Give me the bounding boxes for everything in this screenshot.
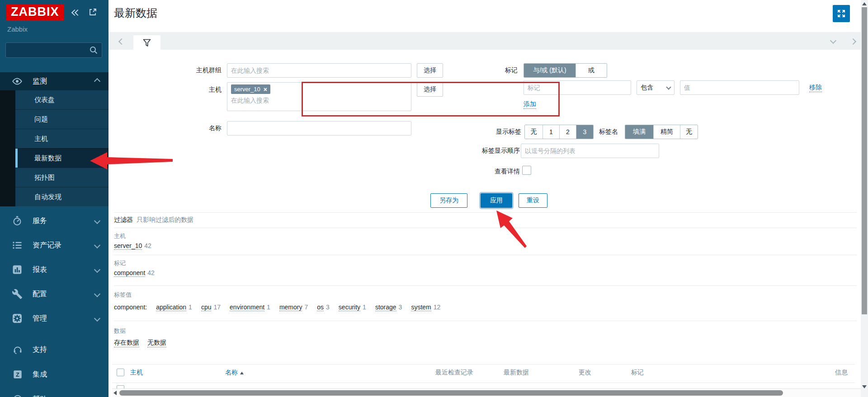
sidebar-item-label: 最新数据 [34,154,61,162]
sidebar-item-latest-data[interactable]: 最新数据 [0,148,108,168]
tag-name-input[interactable] [524,80,631,95]
show-tags-segmented: 无 1 2 3 [524,125,594,139]
details-checkbox[interactable] [522,166,531,175]
save-as-button[interactable]: 另存为 [430,193,467,208]
tagvalue-link[interactable]: storage [375,304,396,311]
tag-value-input[interactable] [680,80,799,95]
tagvalue-item: memory7 [279,304,308,311]
hide-sidebar-icon[interactable] [89,8,97,18]
host-select-button[interactable]: 选择 [417,82,443,97]
collapse-filter-icon[interactable] [830,37,836,44]
sidebar-item-problems[interactable]: 问题 [0,109,108,129]
chevron-down-icon [666,84,671,89]
host-chip-label: server_10 [234,86,260,93]
subfilter-tag-link[interactable]: component [114,269,145,277]
show-tags-3[interactable]: 3 [576,125,593,139]
tag-remove-link[interactable]: 移除 [809,84,822,92]
horizontal-scrollbar-thumb[interactable] [119,390,783,396]
sidebar-item-configuration[interactable]: 配置 [0,284,108,304]
chip-remove-icon[interactable]: × [264,86,267,93]
sidebar-item-support[interactable]: 支持 [0,340,108,360]
gear-icon [12,313,23,324]
sidebar-item-discovery[interactable]: 自动发现 [0,187,108,206]
host-multiselect[interactable]: server_10 × 在此输入搜索 [227,82,411,111]
tagvalue-link[interactable]: memory [279,304,302,311]
tags-mode-segmented: 与/或 (默认) 或 [524,63,607,78]
filter-tab[interactable] [133,35,160,50]
tag-order-input[interactable] [521,144,659,158]
host-group-label: 主机群组 [108,66,222,75]
collapse-sidebar-icon[interactable] [72,9,80,16]
vertical-scrollbar[interactable] [861,0,868,397]
tags-mode-or[interactable]: 或 [576,64,607,77]
tag-order-label: 标签显示顺序 [402,147,520,155]
sidebar-item-services[interactable]: 服务 [0,211,108,231]
zabbix-logo[interactable]: ZABBIX [6,4,64,21]
tab-scroll-left-icon[interactable] [118,38,125,45]
tagvalue-link[interactable]: system [411,304,431,311]
column-name[interactable]: 名称 [225,369,244,377]
tab-scroll-right-icon[interactable] [850,38,856,45]
sidebar-item-integrations[interactable]: Z 集成 [0,364,108,384]
sidebar-item-administration[interactable]: 管理 [0,308,108,328]
subfilter-data-row: 存在数据 无数据 [114,339,166,347]
vertical-scrollbar-thumb[interactable] [862,7,867,314]
tag-add-link[interactable]: 添加 [524,100,536,109]
tags-mode-andor[interactable]: 与/或 (默认) [524,64,576,77]
name-label: 名称 [108,124,222,132]
tags-label: 标记 [425,66,518,75]
search-icon [89,46,98,55]
scroll-up-arrow[interactable] [862,2,867,5]
scroll-left-arrow[interactable] [113,391,117,395]
host-group-input[interactable] [227,63,411,78]
main-content: 最新数据 主机群组 选择 主机 server_10 × 在此输入搜索 选择 名称… [108,0,861,397]
tag-display-full[interactable]: 填满 [625,125,653,139]
subfilter-tagvalue-row: component: application1 cpu17 environmen… [114,304,440,311]
tagvalue-link[interactable]: security [339,304,360,311]
tagvalue-item: os3 [317,304,330,311]
column-latest-data: 最新数据 [498,369,529,377]
tag-operator-value: 包含 [641,84,653,92]
name-input[interactable] [227,121,411,135]
sidebar-item-maps[interactable]: 拓扑图 [0,168,108,187]
sidebar-item-inventory[interactable]: 资产记录 [0,235,108,255]
scroll-down-arrow[interactable] [862,385,867,388]
tagvalue-link[interactable]: os [317,304,324,311]
show-tags-1[interactable]: 1 [542,125,559,139]
sidebar-item-monitoring[interactable]: 监测 [0,72,108,90]
tagvalue-link[interactable]: cpu [201,304,212,311]
sidebar-item-hosts[interactable]: 主机 [0,129,108,148]
chevron-down-icon [94,266,100,273]
page-title: 最新数据 [114,6,157,20]
select-all-checkbox[interactable] [117,369,124,376]
sidebar-item-dashboard[interactable]: 仪表盘 [0,90,108,109]
divider [114,285,857,286]
subfilter-tag-row: component42 [114,269,155,276]
sidebar-item-label: 拓扑图 [34,173,55,181]
tag-operator-select[interactable]: 包含 [637,80,675,95]
apply-button[interactable]: 应用 [481,193,512,208]
column-host[interactable]: 主机 [130,369,143,377]
column-name-label: 名称 [225,369,238,376]
horizontal-scrollbar[interactable] [112,388,861,397]
divider [114,212,857,213]
data-exists-link[interactable]: 存在数据 [114,339,139,347]
tagvalue-link[interactable]: environment [230,304,264,311]
sidebar-search-input[interactable] [5,42,102,58]
divider [112,383,855,383]
data-none-link[interactable]: 无数据 [147,339,166,347]
sidebar-item-label: 配置 [33,290,47,299]
row-checkbox[interactable] [117,385,124,388]
show-tags-2[interactable]: 2 [559,125,576,139]
funnel-icon [142,38,151,47]
subfilter-host-link[interactable]: server_10 [114,242,142,250]
sidebar-item-reports[interactable]: 报表 [0,260,108,280]
sidebar-item-help[interactable]: ? 帮助 [0,389,108,397]
show-tags-none[interactable]: 无 [525,125,542,139]
kiosk-mode-button[interactable] [833,5,850,22]
divider [112,364,855,364]
tag-display-shortened[interactable]: 精简 [653,125,680,139]
tag-display-none[interactable]: 无 [680,125,698,139]
reset-button[interactable]: 重设 [519,193,547,208]
tagvalue-link[interactable]: application [156,304,186,311]
